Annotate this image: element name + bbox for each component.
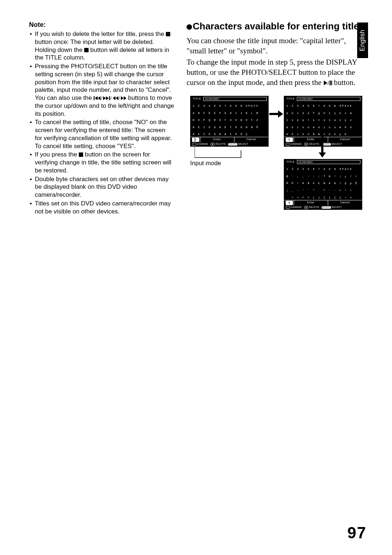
- main-column: Characters available for entering title …: [187, 21, 363, 216]
- svg-marker-2: [98, 96, 101, 100]
- title-label: TITLE: [286, 97, 295, 101]
- svg-marker-20: [319, 152, 326, 158]
- note-text: If you press the: [35, 151, 79, 158]
- note-item: If you press the button on the screen fo…: [35, 151, 174, 174]
- svg-marker-13: [324, 81, 327, 85]
- svg-marker-1: [95, 96, 98, 100]
- svg-marker-18: [278, 110, 283, 118]
- svg-rect-15: [330, 81, 331, 85]
- mode-badge: 3: [286, 201, 293, 205]
- page-number: 97: [347, 524, 367, 542]
- body-text: button.: [334, 78, 355, 87]
- svg-rect-17: [269, 113, 278, 115]
- title-value: 12/20/2007: [203, 97, 267, 101]
- svg-rect-0: [94, 96, 95, 100]
- button-row: 3 Enter Cancel: [284, 200, 362, 205]
- note-heading: Note:: [29, 21, 174, 29]
- stop-icon: [166, 32, 170, 36]
- svg-rect-16: [331, 81, 332, 85]
- input-mode-caption: Input mode: [190, 160, 221, 167]
- language-tab: English: [357, 23, 368, 58]
- svg-marker-8: [113, 96, 115, 100]
- screen-symbols: TITLE 12/20/2007 1 2 3 4 5 6 7 8 9 0 SPA…: [284, 159, 362, 210]
- svg-rect-6: [109, 96, 110, 100]
- note-text: If you wish to delete the letter for tit…: [35, 30, 166, 37]
- title-label: TITLE: [193, 97, 201, 101]
- stop-icon: [84, 48, 89, 52]
- cancel-button: Cancel: [328, 137, 362, 142]
- arrow-down-icon: [319, 133, 326, 158]
- input-mode-diagram: TITLE 12/20/2007 1 2 3 4 5 6 7 8 9 0 SPA…: [187, 96, 363, 212]
- stop-icon: [79, 152, 83, 157]
- svg-marker-5: [106, 96, 109, 100]
- svg-marker-11: [121, 96, 124, 100]
- body-paragraph: To change the input mode in step 5, pres…: [187, 57, 363, 88]
- heading-text: Characters available for entering title: [193, 21, 359, 32]
- enter-button: Enter: [294, 200, 328, 205]
- note-item: To cancel the setting of title, choose "…: [35, 118, 174, 150]
- arrow-right-icon: [269, 110, 283, 118]
- legend: ○CHANGE ■DELETE PHOTOSELECT: [284, 205, 362, 209]
- mode-badge: 2: [286, 138, 293, 142]
- cancel-button: Cancel: [328, 200, 362, 205]
- title-label: TITLE: [286, 160, 295, 164]
- note-item: Pressing the PHOTO/SELECT button on the …: [35, 62, 174, 118]
- note-item: If you wish to delete the letter for tit…: [35, 30, 174, 62]
- note-list: If you wish to delete the letter for tit…: [29, 30, 174, 215]
- char-grid: 1 2 3 4 5 6 7 8 9 0 SPACE @ . , _ - : ; …: [284, 164, 362, 200]
- play-pause-icon: /: [323, 78, 334, 87]
- heading-bullet-icon: [187, 24, 192, 30]
- svg-text:/: /: [110, 96, 112, 101]
- svg-marker-4: [103, 96, 106, 100]
- svg-rect-19: [321, 133, 323, 152]
- svg-marker-12: [124, 96, 126, 100]
- section-heading: Characters available for entering title: [187, 21, 363, 32]
- svg-marker-9: [115, 96, 118, 100]
- title-value: 12/20/2007: [297, 160, 360, 164]
- svg-text:/: /: [101, 96, 102, 101]
- note-item: Double byte characters set on other devi…: [35, 175, 174, 199]
- svg-text:/: /: [119, 96, 120, 101]
- language-label: English: [359, 29, 367, 51]
- note-item: Titles set on this DVD video camera/reco…: [35, 200, 174, 216]
- leader-line: [195, 125, 242, 161]
- note-column: Note: If you wish to delete the letter f…: [29, 21, 174, 216]
- body-paragraph: You can choose the title input mode: "ca…: [187, 36, 363, 56]
- char-grid: 1 2 3 4 5 6 7 8 9 0 SPACE a b c d e f g …: [284, 101, 362, 137]
- svg-text:/: /: [327, 80, 329, 86]
- transport-icons: / / /: [94, 94, 128, 101]
- title-value: 12/20/2007: [297, 97, 360, 101]
